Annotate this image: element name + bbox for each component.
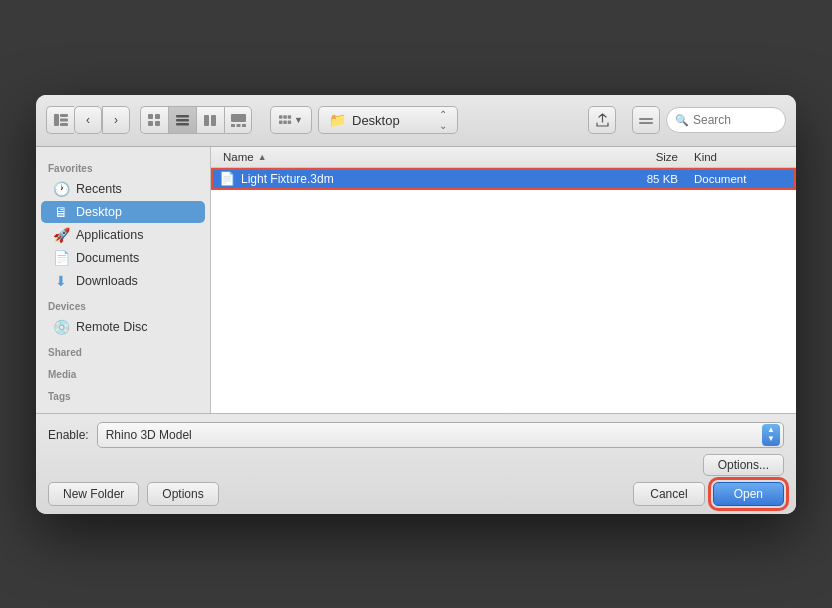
sidebar-item-recents[interactable]: 🕐 Recents xyxy=(41,178,205,200)
svg-rect-20 xyxy=(279,120,282,123)
col-name-header[interactable]: Name ▲ xyxy=(211,151,606,163)
sidebar-item-label-recents: Recents xyxy=(76,182,122,196)
list-view-button[interactable] xyxy=(168,106,196,134)
folder-icon: 📁 xyxy=(329,112,346,128)
forward-button[interactable]: › xyxy=(102,106,130,134)
share-button[interactable] xyxy=(588,106,616,134)
downloads-icon: ⬇ xyxy=(53,273,69,289)
svg-rect-24 xyxy=(639,122,653,124)
col-kind-header: Kind xyxy=(686,151,796,163)
svg-rect-11 xyxy=(204,115,209,126)
svg-rect-22 xyxy=(288,120,291,123)
svg-rect-1 xyxy=(60,114,68,117)
options-top-button[interactable]: Options... xyxy=(703,454,784,476)
applications-icon: 🚀 xyxy=(53,227,69,243)
bottom-bar: Enable: Rhino 3D Model ▲ ▼ Options... Ne… xyxy=(36,413,796,514)
enable-row: Enable: Rhino 3D Model ▲ ▼ xyxy=(48,422,784,448)
svg-rect-21 xyxy=(283,120,286,123)
table-row[interactable]: 📄 Light Fixture.3dm 85 KB Document xyxy=(211,168,796,190)
main-area: Favorites 🕐 Recents 🖥 Desktop 🚀 Applicat… xyxy=(36,147,796,413)
svg-rect-23 xyxy=(639,118,653,120)
media-label: Media xyxy=(36,361,210,383)
desktop-icon: 🖥 xyxy=(53,204,69,220)
svg-rect-5 xyxy=(155,114,160,119)
sidebar-item-downloads[interactable]: ⬇ Downloads xyxy=(41,270,205,292)
svg-rect-12 xyxy=(211,115,216,126)
column-view-button[interactable] xyxy=(196,106,224,134)
svg-rect-16 xyxy=(242,124,246,127)
sort-arrow: ▲ xyxy=(258,152,267,162)
sidebar-item-desktop[interactable]: 🖥 Desktop xyxy=(41,201,205,223)
gallery-view-button[interactable] xyxy=(224,106,252,134)
nav-buttons: ‹ › xyxy=(46,106,130,134)
svg-rect-13 xyxy=(231,114,246,122)
sidebar-item-label-downloads: Downloads xyxy=(76,274,138,288)
toolbar: ‹ › xyxy=(36,95,796,147)
col-size-header: Size xyxy=(606,151,686,163)
file-size: 85 KB xyxy=(606,173,686,185)
shared-label: Shared xyxy=(36,339,210,361)
location-chevron: ⌃⌄ xyxy=(439,109,447,131)
open-file-dialog: ‹ › xyxy=(36,95,796,514)
new-folder-button[interactable]: New Folder xyxy=(48,482,139,506)
back-button[interactable]: ‹ xyxy=(74,106,102,134)
sidebar: Favorites 🕐 Recents 🖥 Desktop 🚀 Applicat… xyxy=(36,147,211,413)
favorites-label: Favorites xyxy=(36,155,210,177)
file-name: 📄 Light Fixture.3dm xyxy=(211,171,606,186)
options-top-row: Options... xyxy=(48,454,784,476)
search-box[interactable]: 🔍 xyxy=(666,107,786,133)
location-label: Desktop xyxy=(352,113,433,128)
options-button[interactable]: Options xyxy=(147,482,218,506)
svg-rect-6 xyxy=(148,121,153,126)
svg-rect-4 xyxy=(148,114,153,119)
sidebar-item-label-applications: Applications xyxy=(76,228,143,242)
sidebar-toggle-button[interactable] xyxy=(46,106,74,134)
svg-rect-17 xyxy=(279,115,282,118)
svg-rect-18 xyxy=(283,115,286,118)
svg-rect-3 xyxy=(60,123,68,126)
action-row: New Folder Options Cancel Open xyxy=(48,482,784,506)
tags-label: Tags xyxy=(36,383,210,405)
recents-icon: 🕐 xyxy=(53,181,69,197)
devices-label: Devices xyxy=(36,293,210,315)
open-button[interactable]: Open xyxy=(713,482,784,506)
file-list-rows: 📄 Light Fixture.3dm 85 KB Document xyxy=(211,168,796,413)
file-icon: 📄 xyxy=(219,171,235,186)
svg-rect-14 xyxy=(231,124,235,127)
search-input[interactable] xyxy=(693,113,773,127)
enable-label: Enable: xyxy=(48,428,89,442)
file-list-header: Name ▲ Size Kind xyxy=(211,147,796,168)
documents-icon: 📄 xyxy=(53,250,69,266)
remote-disc-icon: 💿 xyxy=(53,319,69,335)
view-buttons xyxy=(140,106,252,134)
search-icon: 🔍 xyxy=(675,114,689,127)
sidebar-item-remote-disc[interactable]: 💿 Remote Disc xyxy=(41,316,205,338)
sidebar-item-documents[interactable]: 📄 Documents xyxy=(41,247,205,269)
svg-rect-10 xyxy=(176,123,189,126)
svg-rect-8 xyxy=(176,115,189,118)
file-list-area: Name ▲ Size Kind 📄 Light Fixture.3dm 85 … xyxy=(211,147,796,413)
file-kind: Document xyxy=(686,173,796,185)
svg-rect-7 xyxy=(155,121,160,126)
icon-view-button[interactable] xyxy=(140,106,168,134)
arrange-button[interactable]: ▼ xyxy=(270,106,312,134)
sidebar-item-label-remote-disc: Remote Disc xyxy=(76,320,148,334)
location-button[interactable]: 📁 Desktop ⌃⌄ xyxy=(318,106,458,134)
enable-select[interactable]: Rhino 3D Model xyxy=(97,422,784,448)
svg-rect-15 xyxy=(236,124,240,127)
svg-rect-19 xyxy=(288,115,291,118)
cancel-button[interactable]: Cancel xyxy=(633,482,704,506)
sidebar-item-applications[interactable]: 🚀 Applications xyxy=(41,224,205,246)
enable-select-wrapper: Rhino 3D Model ▲ ▼ xyxy=(97,422,784,448)
sidebar-item-label-documents: Documents xyxy=(76,251,139,265)
sidebar-item-label-desktop: Desktop xyxy=(76,205,122,219)
svg-rect-0 xyxy=(54,114,59,126)
svg-rect-2 xyxy=(60,119,68,122)
window-control-button[interactable] xyxy=(632,106,660,134)
svg-rect-9 xyxy=(176,119,189,122)
